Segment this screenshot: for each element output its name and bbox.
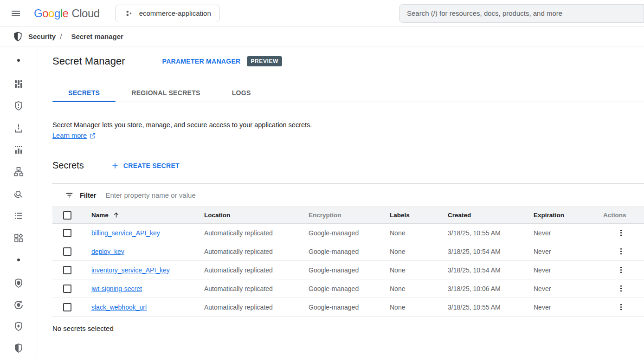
plus-icon <box>111 162 119 170</box>
secret-location: Automatically replicated <box>195 285 299 292</box>
secret-created: 3/18/25, 10:06 AM <box>438 285 524 292</box>
shield-refresh-icon[interactable] <box>13 299 24 311</box>
secret-labels: None <box>380 266 438 274</box>
project-name: ecommerce-application <box>139 9 211 17</box>
row-actions-kebab-icon[interactable] <box>614 227 627 239</box>
logo-letter: G <box>34 7 42 20</box>
filter-bar: Filter <box>52 183 644 207</box>
secret-created: 3/18/25, 10:54 AM <box>438 248 524 255</box>
tab-logs[interactable]: LOGS <box>216 84 267 102</box>
dashboard-blocks-icon[interactable] <box>13 78 24 90</box>
secret-created: 3/18/25, 10:55 AM <box>438 304 524 311</box>
sort-ascending-icon[interactable] <box>113 212 120 219</box>
column-header-created[interactable]: Created <box>438 212 524 219</box>
tab-regional-secrets[interactable]: REGIONAL SECRETS <box>116 84 216 102</box>
breadcrumb: Security / Secret manager <box>0 27 644 46</box>
external-link-icon <box>89 132 96 139</box>
list-icon[interactable] <box>13 210 24 221</box>
secrets-table: Filter Name Location Encryption Labels C… <box>52 183 644 317</box>
secret-created: 3/18/25, 10:54 AM <box>438 266 524 274</box>
column-header-actions: Actions <box>594 212 644 219</box>
tab-secrets[interactable]: SECRETS <box>52 84 116 102</box>
shield-dot-icon[interactable] <box>13 278 24 289</box>
logo-letter: e <box>63 7 69 20</box>
row-checkbox[interactable] <box>63 285 71 293</box>
network-nodes-icon[interactable] <box>13 166 24 177</box>
secret-expiration: Never <box>524 266 594 274</box>
secret-labels: None <box>380 248 438 255</box>
search-scan-icon[interactable] <box>13 188 24 200</box>
secret-expiration: Never <box>524 248 594 255</box>
row-checkbox[interactable] <box>63 303 71 311</box>
row-checkbox[interactable] <box>63 247 71 256</box>
table-row: slack_webhook_url Automatically replicat… <box>52 298 644 317</box>
page-title: Secret Manager <box>52 55 125 67</box>
row-checkbox[interactable] <box>63 266 71 274</box>
breadcrumb-current: Secret manager <box>71 32 123 40</box>
table-body: billing_service_API_key Automatically re… <box>52 224 644 317</box>
main-content: Secret Manager PARAMETER MANAGER PREVIEW… <box>37 46 644 355</box>
shield-plus-icon[interactable] <box>13 321 24 332</box>
secret-encryption: Google-managed <box>299 248 380 255</box>
row-checkbox[interactable] <box>63 229 71 237</box>
secret-name-link[interactable]: inventory_service_API_key <box>91 266 170 274</box>
learn-more-link[interactable]: Learn more <box>52 132 87 139</box>
shapes-grid-icon[interactable] <box>13 233 24 244</box>
top-app-bar: Google Cloud ecommerce-application <box>0 0 644 27</box>
column-header-expiration[interactable]: Expiration <box>524 212 594 219</box>
breadcrumb-separator: / <box>60 32 62 40</box>
secrets-section-heading: Secrets <box>52 160 84 171</box>
secret-labels: None <box>380 304 438 311</box>
selection-status: No secrets selected <box>52 324 644 332</box>
logo-letter: o <box>42 7 48 20</box>
column-header-location[interactable]: Location <box>195 212 299 219</box>
google-cloud-logo[interactable]: Google Cloud <box>34 7 100 20</box>
row-actions-kebab-icon[interactable] <box>614 282 627 295</box>
create-secret-label: CREATE SECRET <box>123 162 180 169</box>
create-secret-button[interactable]: CREATE SECRET <box>111 162 180 170</box>
search-input[interactable] <box>399 4 644 23</box>
secret-labels: None <box>380 285 438 292</box>
secret-created: 3/18/25, 10:55 AM <box>438 229 524 237</box>
secret-location: Automatically replicated <box>195 248 299 255</box>
row-actions-kebab-icon[interactable] <box>614 245 627 258</box>
column-header-encryption[interactable]: Encryption <box>299 212 380 219</box>
secret-location: Automatically replicated <box>195 304 299 311</box>
table-row: jwt-signing-secret Automatically replica… <box>52 279 644 298</box>
security-nav-sidebar <box>0 46 37 355</box>
secret-labels: None <box>380 229 438 237</box>
secret-name-link[interactable]: deploy_key <box>91 248 124 255</box>
table-row: inventory_service_API_key Automatically … <box>52 261 644 279</box>
select-all-checkbox[interactable] <box>63 211 71 220</box>
filter-input[interactable] <box>105 191 644 199</box>
project-selector[interactable]: ecommerce-application <box>115 5 220 22</box>
shield-half-icon[interactable] <box>13 343 24 354</box>
secret-name-link[interactable]: billing_service_API_key <box>91 229 160 237</box>
preview-badge: PREVIEW <box>247 56 282 66</box>
logo-letter: o <box>48 7 54 20</box>
secret-name-link[interactable]: jwt-signing-secret <box>91 285 142 292</box>
secret-expiration: Never <box>524 229 594 237</box>
secret-location: Automatically replicated <box>195 266 299 274</box>
security-shield-icon <box>13 31 23 42</box>
bar-chart-icon[interactable] <box>13 144 24 155</box>
secret-expiration: Never <box>524 304 594 311</box>
menu-hamburger-icon[interactable] <box>9 7 22 20</box>
secret-name-link[interactable]: slack_webhook_url <box>91 304 147 311</box>
secret-encryption: Google-managed <box>299 304 380 311</box>
project-icon <box>124 8 134 19</box>
parameter-manager-link[interactable]: PARAMETER MANAGER <box>162 58 241 65</box>
row-actions-kebab-icon[interactable] <box>614 301 627 314</box>
table-row: deploy_key Automatically replicated Goog… <box>52 242 644 261</box>
shield-alert-icon[interactable] <box>13 100 24 111</box>
secret-encryption: Google-managed <box>299 266 380 274</box>
column-header-labels[interactable]: Labels <box>380 212 438 219</box>
row-actions-kebab-icon[interactable] <box>614 264 627 277</box>
column-header-name[interactable]: Name <box>91 212 109 219</box>
small-dot-icon <box>17 259 20 261</box>
secret-encryption: Google-managed <box>299 285 380 292</box>
tray-alert-icon[interactable] <box>13 123 24 134</box>
table-header-row: Name Location Encryption Labels Created … <box>52 207 644 224</box>
breadcrumb-section[interactable]: Security <box>28 32 56 40</box>
table-row: billing_service_API_key Automatically re… <box>52 224 644 242</box>
